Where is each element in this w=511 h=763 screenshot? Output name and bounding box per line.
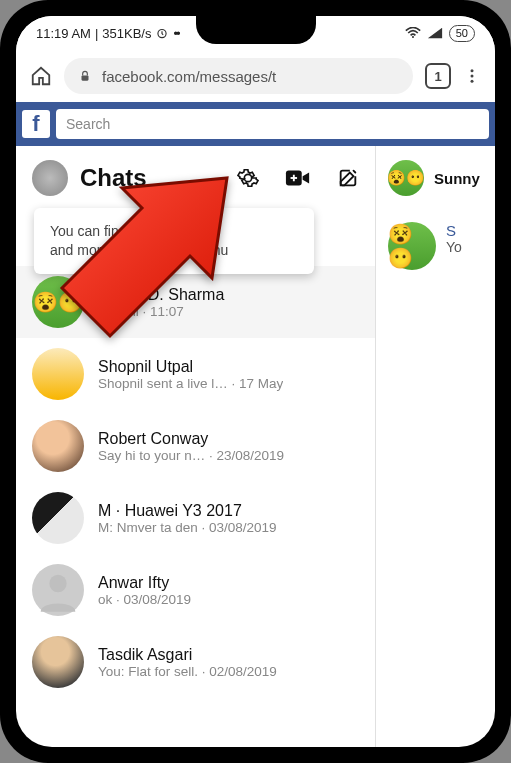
chat-subtitle: Say hi to your n… · 23/08/2019 — [98, 448, 284, 463]
facebook-top-bar: f Search — [16, 102, 495, 146]
chat-subtitle: You: Flat for sell. · 02/08/2019 — [98, 664, 277, 679]
chat-item[interactable]: M · Huawei Y3 2017 M: Nmver ta den · 03/… — [16, 482, 375, 554]
svg-point-3 — [471, 69, 474, 72]
user-avatar[interactable] — [32, 160, 68, 196]
phone-frame: 11:19 AM | 351KB/s •• 50 facebook.com/me… — [0, 0, 511, 763]
wifi-icon — [405, 27, 421, 39]
active-contact-header[interactable]: 😵😶 Sunny — [376, 160, 495, 212]
tab-switcher[interactable]: 1 — [425, 63, 451, 89]
phone-notch — [196, 12, 316, 44]
contact-name: Sunny — [434, 170, 480, 187]
facebook-logo[interactable]: f — [22, 110, 50, 138]
chats-title: Chats — [80, 164, 147, 192]
signal-icon — [427, 27, 443, 39]
chat-subtitle: M: Nmver ta den · 03/08/2019 — [98, 520, 277, 535]
chat-avatar — [32, 420, 84, 472]
svg-rect-2 — [82, 75, 89, 80]
facebook-search-input[interactable]: Search — [56, 109, 489, 139]
chat-name: Sunny D. Sharma — [98, 286, 224, 304]
chat-list[interactable]: 😵😶 Sunny D. Sharma You: hi · 11:07 Shopn… — [16, 206, 375, 698]
message-preview: Yo — [446, 239, 462, 255]
lock-icon — [78, 69, 92, 83]
new-video-call-icon[interactable] — [285, 167, 311, 189]
message-avatar: 😵😶 — [388, 222, 436, 270]
chat-name: M · Huawei Y3 2017 — [98, 502, 277, 520]
screen: 11:19 AM | 351KB/s •• 50 facebook.com/me… — [16, 16, 495, 747]
chats-header: Chats — [16, 146, 375, 206]
svg-point-1 — [412, 36, 414, 38]
contact-avatar: 😵😶 — [388, 160, 424, 196]
active-conversation-column: 😵😶 Sunny 😵😶 S Yo — [376, 146, 495, 747]
svg-point-5 — [471, 80, 474, 83]
chat-item[interactable]: Shopnil Utpal Shopnil sent a live l… · 1… — [16, 338, 375, 410]
status-left: 11:19 AM | 351KB/s •• — [36, 26, 179, 41]
status-right: 50 — [405, 25, 475, 42]
home-icon[interactable] — [30, 65, 52, 87]
chat-avatar: 😵😶 — [32, 276, 84, 328]
chat-avatar — [32, 348, 84, 400]
status-time: 11:19 AM — [36, 26, 91, 41]
compose-icon[interactable] — [337, 167, 359, 189]
chat-subtitle: Shopnil sent a live l… · 17 May — [98, 376, 283, 391]
message-row: 😵😶 S Yo — [376, 212, 495, 270]
gear-icon[interactable] — [237, 167, 259, 189]
chats-column: Chats You can find settings, help and mo… — [16, 146, 376, 747]
chat-name: Robert Conway — [98, 430, 284, 448]
chat-subtitle: ok · 03/08/2019 — [98, 592, 191, 607]
chat-avatar — [32, 636, 84, 688]
battery-level: 50 — [449, 25, 475, 42]
chat-item[interactable]: Tasdik Asgari You: Flat for sell. · 02/0… — [16, 626, 375, 698]
svg-point-4 — [471, 75, 474, 78]
message-sender: S — [446, 222, 462, 239]
chat-name: Anwar Ifty — [98, 574, 191, 592]
svg-point-10 — [49, 575, 66, 592]
settings-tooltip: You can find settings, help and more in … — [34, 208, 314, 274]
alarm-icon — [155, 26, 169, 40]
chat-avatar — [32, 564, 84, 616]
svg-rect-8 — [293, 175, 295, 182]
chat-name: Shopnil Utpal — [98, 358, 283, 376]
status-net-speed: 351KB/s — [102, 26, 151, 41]
browser-toolbar: facebook.com/messages/t 1 — [16, 50, 495, 102]
chat-item[interactable]: Anwar Ifty ok · 03/08/2019 — [16, 554, 375, 626]
chat-item[interactable]: Robert Conway Say hi to your n… · 23/08/… — [16, 410, 375, 482]
browser-menu-icon[interactable] — [463, 67, 481, 85]
chat-name: Tasdik Asgari — [98, 646, 277, 664]
url-field[interactable]: facebook.com/messages/t — [64, 58, 413, 94]
chat-item[interactable]: 😵😶 Sunny D. Sharma You: hi · 11:07 — [16, 266, 375, 338]
chat-avatar — [32, 492, 84, 544]
chat-subtitle: You: hi · 11:07 — [98, 304, 224, 319]
url-text: facebook.com/messages/t — [102, 68, 276, 85]
